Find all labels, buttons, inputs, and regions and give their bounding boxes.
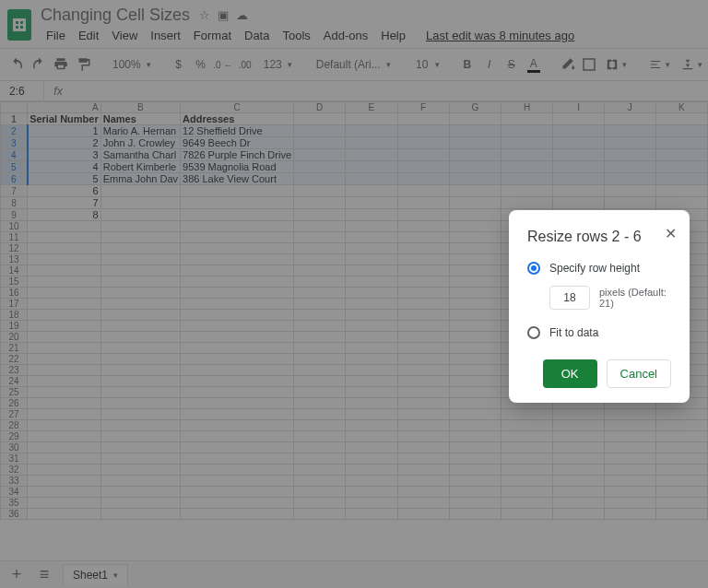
ok-button[interactable]: OK: [543, 359, 597, 388]
option-fit-to-data-label: Fit to data: [549, 326, 598, 339]
close-icon[interactable]: ✕: [665, 225, 677, 242]
option-fit-to-data[interactable]: Fit to data: [527, 326, 671, 339]
row-height-hint: pixels (Default: 21): [599, 287, 671, 309]
cancel-button[interactable]: Cancel: [607, 359, 671, 388]
option-specify-height-label: Specify row height: [549, 262, 640, 275]
resize-rows-dialog: Resize rows 2 - 6 ✕ Specify row height p…: [509, 210, 690, 403]
option-specify-height[interactable]: Specify row height: [527, 262, 671, 275]
row-height-input[interactable]: [549, 286, 590, 310]
radio-unchecked-icon: [527, 326, 540, 339]
dialog-title: Resize rows 2 - 6: [527, 229, 671, 245]
radio-checked-icon: [527, 262, 540, 275]
